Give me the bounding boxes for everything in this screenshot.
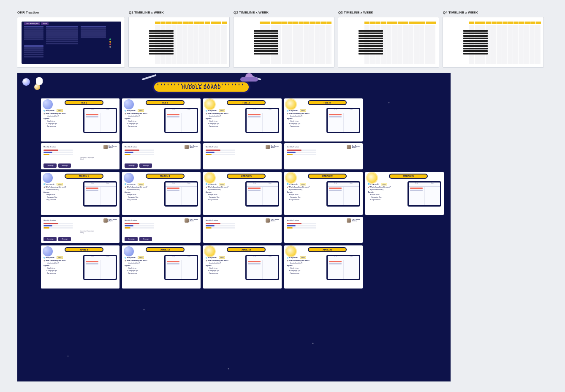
sun-icon [286, 173, 296, 183]
week-header [364, 22, 436, 24]
huddle-board-title: HUDDLE BOARD [182, 85, 221, 90]
traction-bars [287, 223, 360, 229]
agenda-body: 🌐 In my world: status 🚀 What's launching… [43, 109, 117, 140]
campaign-button[interactable]: Campaign [125, 163, 138, 168]
week-date-pill: APRIL 5 [65, 247, 103, 252]
week-agenda-card[interactable]: APRIL 5 To doDone 🌐 In my world: status … [41, 245, 120, 289]
campaign-button[interactable]: Campaign [43, 163, 57, 168]
avatar-icon [103, 218, 108, 223]
frame-title: Q4 TIMELINE x WEEK [443, 11, 478, 14]
week-date-pill: FEB 1 [65, 100, 103, 105]
huddle-board-canvas[interactable]: HUDDLE BOARD FEB 1 To doDone 🌐 In my wor… [17, 73, 451, 382]
monthly-traction-card[interactable]: Monthly Traction Ops Convos[Async] [203, 143, 282, 169]
agenda-body: 🌐 In my world: status 🚀 What's launching… [125, 109, 198, 140]
campaign-button[interactable]: Campaign [125, 237, 138, 241]
q4-timeline-frame[interactable]: Q4 TIMELINE x WEEK [443, 17, 544, 68]
planet-icon [124, 99, 134, 109]
planet-icon [43, 99, 53, 109]
q2-timeline-frame[interactable]: Q2 TIMELINE x WEEK [233, 17, 334, 68]
agenda-body: 🌐 In my world: status 🚀 What's launching… [43, 183, 117, 213]
owner-chip[interactable]: Ops Convos[Async] [266, 218, 279, 223]
week-date-pill: MARCH 1 [65, 174, 103, 179]
week-agenda-card[interactable]: MARCH 29 To doDone 🌐 In my world: status… [365, 172, 444, 215]
timeline-frames-strip: OKR Traction OKRs: Marketing team Result… [0, 0, 565, 73]
owner-chip[interactable]: Ops Convos[Async] [103, 218, 117, 223]
traction-bars [125, 150, 198, 155]
agenda-body: 🌐 In my world: status 🚀 What's launching… [287, 183, 360, 213]
monthly-traction-card[interactable]: Monthly Traction Ops Convos[Async] [203, 217, 282, 243]
space-decor-icon [20, 76, 49, 94]
okr-traction-frame[interactable]: OKR Traction OKRs: Marketing team Result… [17, 17, 125, 68]
week-agenda-card[interactable]: MARCH 8 To doDone 🌐 In my world: status … [122, 172, 201, 215]
message-button[interactable]: Message [139, 163, 152, 168]
monthly-traction-card[interactable]: Monthly Traction Ops Convos[Async] Upcom… [41, 143, 120, 169]
week-date-pill: MARCH 29 [389, 174, 428, 179]
monthly-traction-card[interactable]: Monthly Traction Ops Convos[Async] Campa… [122, 143, 201, 169]
week-date-pill: FEB 22 [308, 100, 347, 105]
traction-bars [43, 223, 117, 229]
week-agenda-card[interactable]: APRIL 12 To doDone 🌐 In my world: status… [122, 245, 201, 289]
week-agenda-card[interactable]: FEB 8 To doDone 🌐 In my world: status 🚀 … [122, 98, 201, 142]
avatar-icon [347, 145, 351, 149]
week-agenda-card[interactable]: MARCH 1 To doDone 🌐 In my world: status … [41, 172, 120, 215]
agenda-body: 🌐 In my world: status 🚀 What's launching… [43, 256, 117, 287]
week-date-pill: FEB 8 [146, 100, 185, 105]
week-agenda-card[interactable]: APRIL 26 To doDone 🌐 In my world: status… [284, 245, 363, 289]
okr-tab[interactable]: OKRs: Marketing team [24, 22, 40, 25]
agenda-body: 🌐 In my world: status 🚀 What's launching… [287, 256, 360, 287]
message-button[interactable]: Message [58, 163, 71, 168]
okr-thumbnail: OKRs: Marketing team Results [22, 22, 121, 64]
avatar-icon [185, 218, 189, 223]
frame-title: OKR Traction [17, 11, 39, 14]
owner-chip[interactable]: Ops Convos[Async] [347, 218, 360, 223]
agenda-body: 🌐 In my world: status 🚀 What's launching… [206, 256, 279, 287]
week-agenda-card[interactable]: MARCH 15 To doDone 🌐 In my world: status… [203, 172, 282, 215]
week-header [469, 22, 541, 24]
message-button[interactable]: Message [58, 237, 71, 241]
sun-icon [286, 246, 296, 256]
q1-timeline-frame[interactable]: Q1 TIMELINE x WEEK [128, 17, 230, 68]
week-agenda-card[interactable]: FEB 15 To doDone 🌐 In my world: status 🚀… [203, 98, 282, 142]
week-date-pill: MARCH 22 [308, 174, 347, 179]
week-agenda-card[interactable]: MARCH 22 To doDone 🌐 In my world: status… [284, 172, 363, 215]
owner-chip[interactable]: Ops Convos[Async] [347, 145, 360, 149]
week-agenda-card[interactable]: FEB 1 To doDone 🌐 In my world: status 🚀 … [41, 98, 120, 142]
campaign-button[interactable]: Campaign [43, 237, 57, 241]
monthly-traction-card[interactable]: Monthly Traction Ops Convos[Async] Upcom… [41, 217, 120, 243]
agenda-body: 🌐 In my world: status 🚀 What's launching… [368, 183, 441, 213]
sun-icon [205, 173, 215, 183]
sun-icon [205, 99, 215, 109]
week-date-pill: MARCH 15 [227, 174, 266, 179]
agenda-body: 🌐 In my world: status 🚀 What's launching… [125, 256, 198, 287]
traction-bars [125, 223, 198, 229]
monthly-traction-card[interactable]: Monthly Traction Ops Convos[Async] [284, 217, 363, 243]
owner-chip[interactable]: Ops Convos[Async] [185, 145, 198, 149]
sun-icon [205, 246, 215, 256]
okr-tab[interactable]: Results [41, 22, 49, 25]
owner-chip[interactable]: Ops Convos[Async] [185, 218, 198, 223]
avatar-icon [347, 218, 351, 223]
frame-title: Q1 TIMELINE x WEEK [129, 11, 164, 14]
agenda-body: 🌐 In my world: status 🚀 What's launching… [287, 109, 360, 140]
traction-bars [43, 150, 117, 155]
sun-icon [367, 173, 377, 183]
owner-chip[interactable]: Ops Convos[Async] [266, 145, 279, 149]
week-date-pill: APRIL 19 [227, 247, 266, 252]
week-header [155, 22, 227, 24]
monthly-traction-card[interactable]: Monthly Traction Ops Convos[Async] [284, 143, 363, 169]
owner-chip[interactable]: Ops Convos[Async] [103, 145, 117, 149]
monthly-traction-card[interactable]: Monthly Traction Ops Convos[Async] Campa… [122, 217, 201, 243]
week-date-pill: FEB 15 [227, 100, 266, 105]
avatar-icon [266, 145, 270, 149]
planet-icon [43, 173, 53, 183]
week-agenda-card[interactable]: APRIL 19 To doDone 🌐 In my world: status… [203, 245, 282, 289]
avatar-icon [185, 145, 189, 149]
q3-timeline-frame[interactable]: Q3 TIMELINE x WEEK [338, 17, 439, 68]
week-header [260, 22, 331, 24]
week-agenda-card[interactable]: FEB 22 To doDone 🌐 In my world: status 🚀… [284, 98, 363, 142]
message-button[interactable]: Message [139, 237, 152, 241]
week-cards-grid: FEB 1 To doDone 🌐 In my world: status 🚀 … [41, 98, 444, 289]
week-date-pill: APRIL 26 [308, 247, 347, 252]
planet-icon [124, 173, 134, 183]
planet-icon [43, 246, 53, 256]
